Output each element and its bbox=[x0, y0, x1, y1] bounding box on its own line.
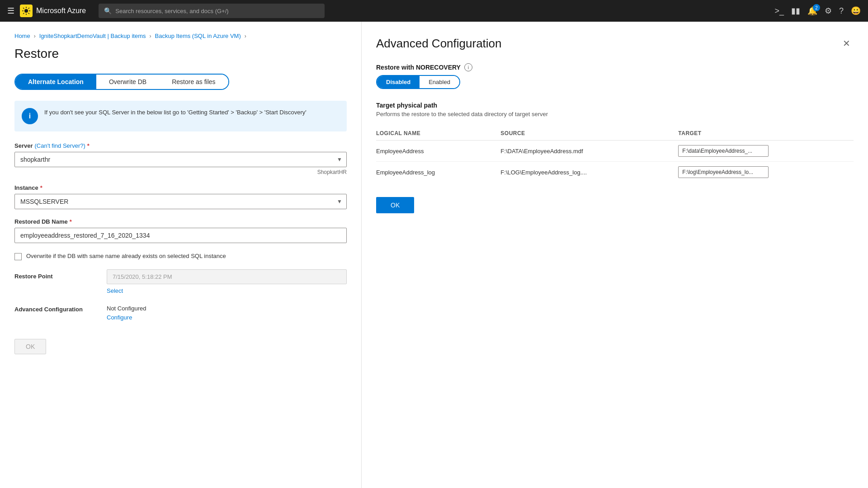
svg-line-8 bbox=[23, 13, 24, 14]
restore-point-right: 7/15/2020, 5:18:22 PM Select bbox=[107, 269, 347, 294]
norecovery-label: Restore with NORECOVERY bbox=[376, 64, 461, 71]
cant-find-server-link[interactable]: (Can't find Server?) bbox=[34, 142, 85, 149]
cloud-shell-icon[interactable]: >_ bbox=[774, 6, 784, 16]
overwrite-checkbox[interactable] bbox=[14, 253, 22, 260]
breadcrumb-backup-items[interactable]: Backup Items (SQL in Azure VM) bbox=[155, 33, 241, 39]
breadcrumb-vault[interactable]: IgniteShopkartDemoVault | Backup items bbox=[39, 33, 146, 39]
advanced-config-ok-button[interactable]: OK bbox=[376, 197, 414, 213]
col-logical-name: LOGICAL NAME bbox=[376, 127, 500, 141]
server-field-label: Server (Can't find Server?) * bbox=[14, 142, 347, 149]
norecovery-toggle-group: Disabled Enabled bbox=[376, 75, 460, 89]
search-icon: 🔍 bbox=[104, 7, 112, 14]
azure-logo-text: Microsoft Azure bbox=[36, 7, 86, 15]
target-path-table: LOGICAL NAME SOURCE TARGET EmployeeAddre… bbox=[376, 127, 854, 183]
breadcrumb: Home › IgniteShopkartDemoVault | Backup … bbox=[14, 33, 347, 39]
breadcrumb-home[interactable]: Home bbox=[14, 33, 30, 39]
svg-line-7 bbox=[28, 8, 29, 9]
adv-config-row: Advanced Configuration Not Configured Co… bbox=[14, 305, 347, 321]
toggle-enabled-button[interactable]: Enabled bbox=[420, 76, 459, 88]
account-icon[interactable]: 😀 bbox=[851, 6, 861, 16]
restore-point-row: Restore Point 7/15/2020, 5:18:22 PM Sele… bbox=[14, 269, 347, 294]
instance-field-group: Instance * MSSQLSERVER ▼ bbox=[14, 184, 347, 209]
azure-logo-icon bbox=[20, 5, 33, 17]
restored-db-label: Restored DB Name * bbox=[14, 218, 347, 225]
logical-name-cell: EmployeeAddress bbox=[376, 141, 500, 162]
azure-logo: Microsoft Azure bbox=[20, 5, 86, 17]
restore-ok-button[interactable]: OK bbox=[14, 339, 46, 354]
col-source: SOURCE bbox=[500, 127, 678, 141]
target-cell bbox=[678, 162, 854, 183]
svg-point-0 bbox=[24, 9, 28, 13]
overwrite-checkbox-row: Overwrite if the DB with same name alrea… bbox=[14, 252, 347, 260]
server-select-wrapper: shopkarthr ▼ bbox=[14, 152, 347, 167]
tab-alternate-location[interactable]: Alternate Location bbox=[15, 75, 96, 89]
overwrite-checkbox-label: Overwrite if the DB with same name alrea… bbox=[26, 252, 226, 260]
breadcrumb-sep-2: › bbox=[150, 33, 151, 39]
adv-config-link[interactable]: Configure bbox=[107, 314, 132, 321]
advanced-config-close-button[interactable]: ✕ bbox=[839, 36, 854, 51]
restore-tab-bar: Alternate Location Overwrite DB Restore … bbox=[14, 74, 229, 90]
server-select[interactable]: shopkarthr bbox=[14, 152, 347, 167]
restore-point-select-link[interactable]: Select bbox=[107, 287, 123, 294]
col-target: TARGET bbox=[678, 127, 854, 141]
table-row: EmployeeAddress F:\DATA\EmployeeAddress.… bbox=[376, 141, 854, 162]
advanced-config-buttons: OK bbox=[376, 183, 854, 213]
adv-config-label: Advanced Configuration bbox=[14, 305, 96, 313]
target-path-title: Target physical path bbox=[376, 102, 854, 109]
tab-restore-as-files[interactable]: Restore as files bbox=[159, 75, 228, 89]
table-row: EmployeeAddress_log F:\LOG\EmployeeAddre… bbox=[376, 162, 854, 183]
notifications-icon[interactable]: 🔔 2 bbox=[807, 6, 817, 16]
help-icon[interactable]: ? bbox=[839, 6, 844, 16]
target-path-table-body: EmployeeAddress F:\DATA\EmployeeAddress.… bbox=[376, 141, 854, 183]
restored-db-required-star: * bbox=[70, 218, 72, 225]
main-container: Home › IgniteShopkartDemoVault | Backup … bbox=[0, 22, 868, 488]
azure-sun-icon bbox=[22, 6, 31, 15]
tab-overwrite-db[interactable]: Overwrite DB bbox=[96, 75, 159, 89]
advanced-config-panel: Advanced Configuration ✕ Restore with NO… bbox=[362, 22, 868, 488]
restore-bottom-buttons: OK bbox=[14, 332, 347, 354]
svg-line-5 bbox=[23, 8, 24, 9]
breadcrumb-sep-1: › bbox=[34, 33, 36, 39]
target-path-table-header: LOGICAL NAME SOURCE TARGET bbox=[376, 127, 854, 141]
instance-required-star: * bbox=[40, 184, 42, 191]
breadcrumb-sep-3: › bbox=[245, 33, 246, 39]
target-path-input-0[interactable] bbox=[678, 145, 769, 157]
instance-select-wrapper: MSSQLSERVER ▼ bbox=[14, 194, 347, 209]
instance-select[interactable]: MSSQLSERVER bbox=[14, 194, 347, 209]
directory-icon[interactable]: ▮▮ bbox=[791, 6, 800, 16]
server-sub-text: ShopkartHR bbox=[14, 169, 347, 175]
top-navigation: ☰ Microsoft Azure 🔍 >_ ▮▮ 🔔 2 bbox=[0, 0, 868, 22]
source-cell: F:\DATA\EmployeeAddress.mdf bbox=[500, 141, 678, 162]
info-icon: i bbox=[22, 108, 38, 124]
notification-badge: 2 bbox=[813, 4, 820, 11]
topnav-icon-group: >_ ▮▮ 🔔 2 ⚙ ? 😀 bbox=[774, 6, 861, 16]
target-path-header-row: LOGICAL NAME SOURCE TARGET bbox=[376, 127, 854, 141]
target-path-input-1[interactable] bbox=[678, 166, 769, 178]
info-box: i If you don't see your SQL Server in th… bbox=[14, 101, 347, 131]
norecovery-info-icon[interactable]: i bbox=[464, 63, 472, 71]
info-text: If you don't see your SQL Server in the … bbox=[44, 108, 307, 117]
instance-field-label: Instance * bbox=[14, 184, 347, 191]
toggle-disabled-button[interactable]: Disabled bbox=[377, 76, 420, 88]
server-field-group: Server (Can't find Server?) * shopkarthr… bbox=[14, 142, 347, 175]
advanced-config-title: Advanced Configuration bbox=[376, 37, 502, 51]
restore-panel: Home › IgniteShopkartDemoVault | Backup … bbox=[0, 22, 362, 488]
logical-name-cell: EmployeeAddress_log bbox=[376, 162, 500, 183]
target-path-desc: Performs the restore to the selected dat… bbox=[376, 111, 854, 117]
restore-point-date: 7/15/2020, 5:18:22 PM bbox=[107, 269, 347, 284]
source-cell: F:\LOG\EmployeeAddress_log.... bbox=[500, 162, 678, 183]
svg-line-6 bbox=[28, 13, 29, 14]
advanced-config-header: Advanced Configuration ✕ bbox=[376, 36, 854, 51]
search-input[interactable] bbox=[115, 8, 319, 14]
norecovery-section: Restore with NORECOVERY i bbox=[376, 63, 854, 71]
server-required-star: * bbox=[87, 142, 90, 149]
restored-db-field-group: Restored DB Name * bbox=[14, 218, 347, 243]
global-search-box[interactable]: 🔍 bbox=[99, 4, 325, 18]
target-cell bbox=[678, 141, 854, 162]
restored-db-input[interactable] bbox=[14, 228, 347, 243]
page-title: Restore bbox=[14, 47, 347, 61]
settings-icon[interactable]: ⚙ bbox=[825, 6, 832, 16]
adv-config-right: Not Configured Configure bbox=[107, 305, 347, 321]
hamburger-menu-button[interactable]: ☰ bbox=[7, 6, 14, 16]
restore-point-label: Restore Point bbox=[14, 269, 96, 280]
